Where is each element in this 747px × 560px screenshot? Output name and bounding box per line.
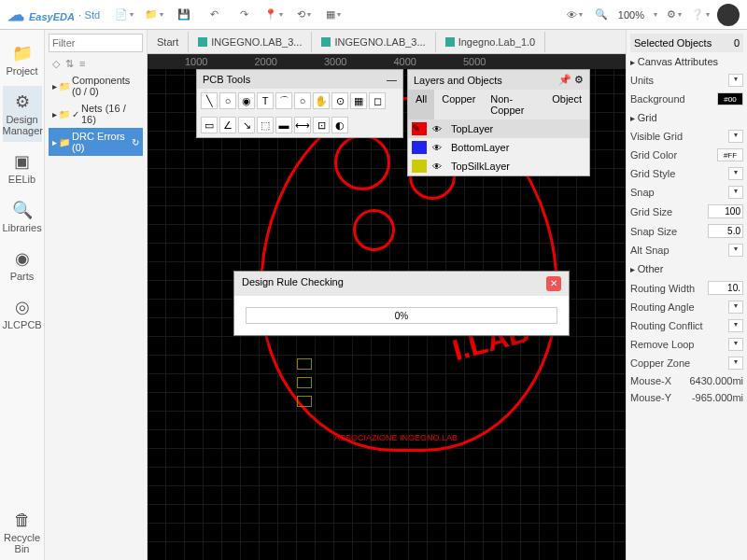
canvas-attributes-section[interactable]: ▸ Canvas Attributes [630, 52, 743, 71]
left-sidebar: 📁Project ⚙Design Manager ▣EELib 🔍Librari… [0, 30, 45, 560]
file-icon[interactable]: 📄▾ [115, 6, 134, 24]
location-icon[interactable]: 📍▾ [264, 6, 283, 24]
move-tool[interactable]: ✋ [313, 92, 330, 109]
selected-objects-header: Selected Objects0 [630, 34, 743, 52]
user-avatar[interactable] [717, 4, 740, 26]
pcb-tools-title: PCB Tools— [197, 70, 402, 89]
sidebar-jlcpcb[interactable]: ◎JLCPCB [3, 291, 42, 336]
tab-pcb[interactable]: Ingegno.Lab_1.0 [436, 32, 546, 52]
eye-icon[interactable]: 👁 [432, 124, 445, 134]
tab-sch-1[interactable]: INGEGNO.LAB_3... [189, 32, 312, 52]
zoom-icon[interactable]: 🔍 [592, 6, 611, 24]
protractor-tool[interactable]: ◐ [331, 117, 348, 133]
gear-icon[interactable]: ⚙ [574, 74, 584, 85]
solid-tool[interactable]: ▬ [275, 117, 292, 133]
gear-shape-1 [334, 134, 390, 190]
text-tool[interactable]: T [257, 92, 274, 109]
circle-tool[interactable]: ○ [294, 92, 311, 109]
progress-bar: 0% [246, 307, 557, 324]
alt-snap-select[interactable]: ▾ [728, 244, 743, 257]
sidebar-recycle-bin[interactable]: 🗑Recycle Bin [3, 505, 42, 560]
dimension-tool[interactable]: ∠ [219, 117, 236, 133]
measure-tool[interactable]: ⟷ [294, 117, 311, 133]
remove-loop-select[interactable]: ▾ [728, 338, 743, 351]
tree-icon-1[interactable]: ◇ [52, 58, 60, 70]
eye-icon[interactable]: 👁▾ [566, 6, 585, 24]
layer-tab-noncopper[interactable]: Non-Copper [483, 90, 544, 119]
sidebar-project[interactable]: 📁Project [3, 37, 42, 82]
image-tool[interactable]: ▦ [350, 92, 367, 109]
canvas-tool[interactable]: ◻ [369, 92, 386, 109]
snap-label: Snap [630, 187, 655, 198]
grid-size-input[interactable] [708, 204, 743, 218]
layer-tab-all[interactable]: All [408, 90, 434, 119]
connect-tool[interactable]: ↘ [238, 117, 255, 133]
rotate-icon[interactable]: ⟲▾ [294, 6, 313, 24]
copper-zone-select[interactable]: ▾ [728, 357, 743, 370]
snap-size-input[interactable] [708, 224, 743, 238]
mouse-y-value: -965.000mi [692, 392, 743, 403]
hole-tool[interactable]: ⊙ [331, 92, 348, 109]
layer-bottom[interactable]: 👁BottomLayer [408, 138, 589, 157]
top-menu-icons: 📄▾ 📁▾ 💾 ↶ ↷ 📍▾ ⟲▾ ▦▾ [115, 6, 343, 24]
pcb-tools-panel[interactable]: PCB Tools— ╲ ○ ◉ T ⌒ ○ ✋ ⊙ ▦ ◻ ▭ ∠ ↘ ⬚ ▬… [196, 69, 403, 138]
track-tool[interactable]: ╲ [201, 92, 218, 109]
layers-panel[interactable]: Layers and Objects📌 ⚙ All Copper Non-Cop… [407, 69, 590, 176]
gear-shape-3 [353, 209, 395, 251]
grid-style-select[interactable]: ▾ [728, 167, 743, 180]
tree-nets[interactable]: ▸📁✓Nets (16 / 16) [49, 100, 143, 128]
layer-tab-copper[interactable]: Copper [434, 90, 483, 119]
eye-icon[interactable]: 👁 [432, 143, 445, 153]
routing-width-label: Routing Width [630, 283, 695, 294]
routing-width-input[interactable] [708, 281, 743, 295]
visible-grid-select[interactable]: ▾ [728, 130, 743, 143]
pad-tool[interactable]: ○ [219, 92, 236, 109]
grid-color-value[interactable]: #FF [717, 148, 743, 161]
arc-tool[interactable]: ⌒ [275, 92, 292, 109]
tree-drc-errors[interactable]: ▸📁DRC Errors (0) ↻ [49, 128, 143, 156]
copper-zone-label: Copper Zone [630, 357, 690, 369]
save-icon[interactable]: 💾 [175, 6, 193, 24]
grid-size-label: Grid Size [630, 206, 672, 217]
grid-section[interactable]: ▸ Grid [630, 108, 743, 127]
tree-icon-3[interactable]: ≡ [79, 58, 85, 70]
settings-icon[interactable]: ⚙▾ [665, 6, 684, 24]
group-tool[interactable]: ⊡ [313, 117, 330, 133]
sidebar-parts[interactable]: ◉Parts [3, 243, 42, 287]
other-section[interactable]: ▸ Other [630, 259, 743, 278]
zoom-level[interactable]: 100% [618, 9, 644, 21]
filter-input[interactable] [49, 34, 143, 52]
minimize-icon[interactable]: — [387, 74, 397, 85]
rect-tool[interactable]: ▭ [201, 117, 218, 133]
background-color[interactable]: #00 [717, 92, 743, 105]
layer-top[interactable]: ✎👁TopLayer [408, 119, 589, 138]
sidebar-design-manager[interactable]: ⚙Design Manager [3, 86, 42, 142]
via-tool[interactable]: ◉ [238, 92, 255, 109]
tab-start[interactable]: Start [148, 32, 189, 52]
undo-icon[interactable]: ↶ [204, 6, 223, 24]
layers-title: Layers and Objects📌 ⚙ [408, 70, 589, 90]
pin-icon[interactable]: 📌 [558, 74, 571, 85]
folder-icon[interactable]: 📁▾ [145, 6, 163, 24]
close-icon[interactable]: ✕ [546, 276, 561, 291]
sidebar-libraries[interactable]: 🔍Libraries [3, 194, 42, 239]
routing-angle-select[interactable]: ▾ [728, 301, 743, 314]
copper-tool[interactable]: ⬚ [257, 117, 274, 133]
align-icon[interactable]: ▦▾ [324, 6, 343, 24]
app-logo: ☁ EasyEDA [7, 5, 75, 25]
tree-components[interactable]: ▸📁Components (0 / 0) [49, 72, 143, 100]
sidebar-eelib[interactable]: ▣EELib [3, 146, 42, 190]
eye-icon[interactable]: 👁 [432, 161, 445, 172]
snap-select[interactable]: ▾ [728, 186, 743, 199]
tab-sch-2[interactable]: INGEGNO.LAB_3... [312, 32, 435, 52]
tree-icon-2[interactable]: ⇅ [65, 58, 74, 70]
units-select[interactable]: ▾ [728, 74, 743, 87]
ruler-horizontal: 10002000300040005000 [148, 54, 626, 69]
help-icon[interactable]: ❔▾ [691, 6, 710, 24]
dialog-titlebar[interactable]: Design Rule Checking✕ [234, 272, 569, 296]
redo-icon[interactable]: ↷ [234, 6, 253, 24]
mouse-y-label: Mouse-Y [630, 392, 671, 403]
routing-conflict-select[interactable]: ▾ [728, 319, 743, 332]
layer-silk[interactable]: 👁TopSilkLayer [408, 157, 589, 175]
layer-tab-object[interactable]: Object [544, 90, 589, 119]
